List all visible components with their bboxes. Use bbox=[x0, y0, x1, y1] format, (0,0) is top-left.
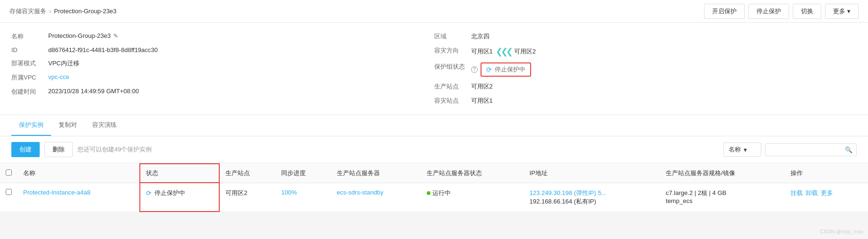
chevron-down-icon: ▾ bbox=[847, 8, 851, 15]
tab-protection-instances[interactable]: 保护实例 bbox=[11, 115, 51, 136]
header-production-site: 生产站点 bbox=[219, 164, 275, 183]
header-name: 名称 bbox=[17, 164, 140, 183]
dropdown-icon: ▾ bbox=[744, 146, 747, 153]
running-status: 运行中 bbox=[427, 189, 451, 196]
detail-grid: 名称 Protection-Group-23e3 ✎ ID d8676412-f… bbox=[11, 32, 857, 105]
more-label: 更多 bbox=[833, 7, 845, 16]
breadcrumb-current: Protection-Group-23e3 bbox=[54, 8, 116, 15]
id-row: ID d8676412-f91c-4481-b3f8-8d8ff19acc30 bbox=[11, 46, 434, 53]
header-status: 状态 bbox=[140, 164, 219, 183]
direction-value: 可用区1 ❮❮❮ 可用区2 bbox=[471, 46, 536, 57]
row-checkbox-cell bbox=[0, 183, 17, 212]
region-label: 区域 bbox=[434, 32, 467, 41]
create-button[interactable]: 创建 bbox=[11, 142, 40, 157]
header-actions: 开启保护 停止保护 切换 更多 ▾ bbox=[704, 4, 859, 19]
running-dot bbox=[427, 191, 430, 195]
protection-status-box: ⟳ 停止保护中 bbox=[481, 62, 531, 77]
create-time-row: 创建时间 2023/10/28 14:49:59 GMT+08:00 bbox=[11, 88, 434, 96]
id-label: ID bbox=[11, 46, 44, 53]
protection-status-value: ? ⟳ 停止保护中 bbox=[471, 62, 531, 77]
row-production-server-status: 运行中 bbox=[421, 183, 524, 212]
protection-status-label: 保护组状态 bbox=[434, 62, 467, 71]
row-sync-progress: 100% bbox=[275, 183, 331, 212]
production-site-label: 生产站点 bbox=[434, 82, 467, 91]
toolbar-hint: 您还可以创建49个保护实例 bbox=[77, 145, 152, 154]
row-production-site: 可用区2 bbox=[219, 183, 275, 212]
more-action[interactable]: 更多 bbox=[821, 189, 833, 197]
enable-protection-button[interactable]: 开启保护 bbox=[704, 4, 745, 19]
header-spec-image: 生产站点服务器规格/镜像 bbox=[660, 164, 785, 183]
spec-value: c7.large.2 | 2核 | 4 GB bbox=[666, 189, 779, 197]
row-spec-image: c7.large.2 | 2核 | 4 GB temp_ecs bbox=[660, 183, 785, 212]
row-status: ⟳ 停止保护中 bbox=[140, 183, 219, 212]
disaster-site-label: 容灾站点 bbox=[434, 97, 467, 105]
header-production-server: 生产站点服务器 bbox=[331, 164, 421, 183]
select-all-checkbox[interactable] bbox=[6, 169, 12, 176]
detail-right-col: 区域 北京四 容灾方向 可用区1 ❮❮❮ 可用区2 保护组状态 ? ⟳ bbox=[434, 32, 857, 105]
create-time-value: 2023/10/28 14:49:59 GMT+08:00 bbox=[48, 88, 139, 95]
tab-disaster-drill[interactable]: 容灾演练 bbox=[85, 115, 124, 136]
row-ip-address: 123.249.30.198 (弹性IP) 5... 192.168.66.16… bbox=[524, 183, 660, 212]
region-value: 北京四 bbox=[471, 32, 490, 41]
edit-icon[interactable]: ✎ bbox=[113, 33, 118, 39]
action-links: 挂载 卸载 更多 bbox=[791, 189, 862, 197]
server-link[interactable]: ecs-sdrs-standby bbox=[337, 189, 384, 196]
deploy-mode-value: VPC内迁移 bbox=[48, 59, 79, 68]
name-label: 名称 bbox=[11, 32, 44, 41]
toolbar-right: 名称 ▾ 🔍 bbox=[723, 142, 857, 157]
vpc-label: 所属VPC bbox=[11, 73, 44, 82]
search-icon[interactable]: 🔍 bbox=[845, 146, 852, 153]
row-spin-icon: ⟳ bbox=[146, 189, 152, 197]
instances-table: 名称 状态 生产站点 同步进度 生产站点服务器 生产站点服务器状态 bbox=[0, 163, 868, 212]
table-container: 名称 状态 生产站点 同步进度 生产站点服务器 生产站点服务器状态 bbox=[0, 163, 868, 212]
delete-button[interactable]: 删除 bbox=[44, 142, 73, 157]
search-box: 🔍 bbox=[765, 143, 857, 156]
create-time-label: 创建时间 bbox=[11, 88, 44, 96]
breadcrumb-separator: › bbox=[49, 8, 51, 15]
spin-icon: ⟳ bbox=[486, 66, 492, 73]
table-row: Protected-Instance-a4a8 ⟳ 停止保护中 可用区2 100… bbox=[0, 183, 868, 212]
header-action: 操作 bbox=[785, 164, 868, 183]
production-site-row: 生产站点 可用区2 bbox=[434, 82, 857, 91]
info-icon[interactable]: ? bbox=[471, 66, 478, 73]
name-value: Protection-Group-23e3 ✎ bbox=[48, 32, 118, 39]
deploy-mode-label: 部署模式 bbox=[11, 59, 44, 68]
deploy-mode-row: 部署模式 VPC内迁移 bbox=[11, 59, 434, 68]
direction-label: 容灾方向 bbox=[434, 46, 467, 55]
unmount-action[interactable]: 卸载 bbox=[806, 189, 818, 197]
row-checkbox[interactable] bbox=[6, 189, 12, 195]
disaster-site-value: 可用区1 bbox=[471, 97, 493, 105]
row-actions: 挂载 卸载 更多 bbox=[785, 183, 868, 212]
header-checkbox-cell bbox=[0, 164, 17, 183]
vpc-value: vpc-cce bbox=[48, 73, 69, 80]
name-row: 名称 Protection-Group-23e3 ✎ bbox=[11, 32, 434, 41]
filter-label: 名称 bbox=[729, 145, 741, 154]
table-header-row: 名称 状态 生产站点 同步进度 生产站点服务器 生产站点服务器状态 bbox=[0, 164, 868, 183]
protection-status-row: 保护组状态 ? ⟳ 停止保护中 bbox=[434, 62, 857, 77]
instance-name-link[interactable]: Protected-Instance-a4a8 bbox=[23, 189, 90, 196]
id-value: d8676412-f91c-4481-b3f8-8d8ff19acc30 bbox=[48, 46, 158, 53]
disaster-site-row: 容灾站点 可用区1 bbox=[434, 97, 857, 105]
ip-private: 192.168.66.164 (私有IP) bbox=[530, 197, 654, 206]
detail-section: 名称 Protection-Group-23e3 ✎ ID d8676412-f… bbox=[0, 23, 868, 115]
search-input[interactable] bbox=[769, 146, 845, 153]
mount-action[interactable]: 挂载 bbox=[791, 189, 803, 197]
direction-arrows: ❮❮❮ bbox=[496, 46, 511, 57]
stop-protection-button[interactable]: 停止保护 bbox=[748, 4, 789, 19]
tabs: 保护实例 复制对 容灾演练 bbox=[11, 115, 857, 136]
switch-button[interactable]: 切换 bbox=[793, 4, 821, 19]
toolbar: 创建 删除 您还可以创建49个保护实例 名称 ▾ 🔍 bbox=[0, 136, 868, 163]
breadcrumb-parent[interactable]: 存储容灾服务 bbox=[9, 7, 46, 16]
more-button[interactable]: 更多 ▾ bbox=[825, 4, 859, 19]
status-text: 停止保护中 bbox=[495, 65, 525, 74]
filter-select[interactable]: 名称 ▾ bbox=[723, 142, 761, 157]
row-production-server: ecs-sdrs-standby bbox=[331, 183, 421, 212]
header-bar: 存储容灾服务 › Protection-Group-23e3 开启保护 停止保护… bbox=[0, 0, 868, 23]
ip-public-link[interactable]: 123.249.30.198 (弹性IP) 5... bbox=[530, 189, 607, 196]
tab-replication-pairs[interactable]: 复制对 bbox=[51, 115, 85, 136]
direction-row: 容灾方向 可用区1 ❮❮❮ 可用区2 bbox=[434, 46, 857, 57]
production-site-value: 可用区2 bbox=[471, 82, 493, 91]
header-production-server-status: 生产站点服务器状态 bbox=[421, 164, 524, 183]
header-sync-progress: 同步进度 bbox=[275, 164, 331, 183]
image-value: temp_ecs bbox=[666, 197, 779, 204]
